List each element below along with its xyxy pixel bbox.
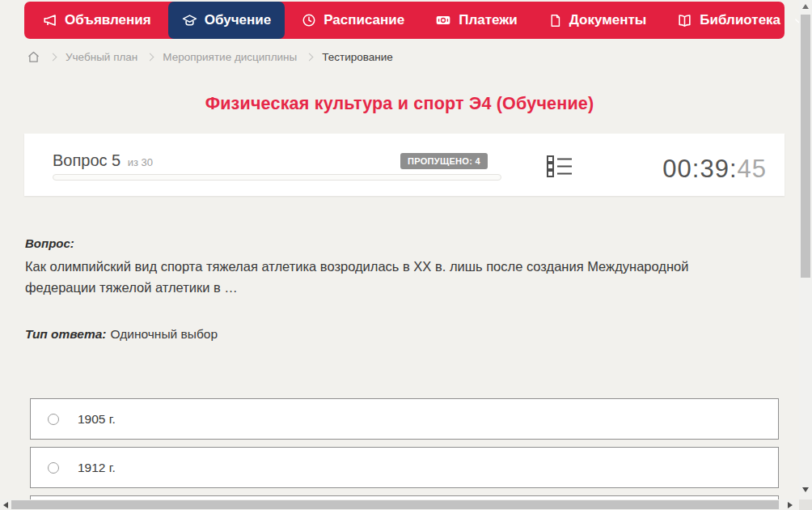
nav-item-label: Объявления: [65, 12, 151, 28]
question-total: из 30: [128, 156, 153, 168]
answer-type-row: Тип ответа:Одиночный выбор: [25, 327, 218, 342]
vertical-scrollbar[interactable]: [799, 0, 812, 499]
scroll-right-icon[interactable]: [788, 502, 793, 508]
radio-icon[interactable]: [48, 414, 59, 425]
nav-item-announcements[interactable]: Объявления: [29, 2, 165, 39]
question-counter: Вопрос 5 из 30: [53, 151, 153, 170]
document-icon: [548, 14, 562, 28]
skipped-badge: ПРОПУЩЕНО: 4: [400, 153, 488, 169]
library-book-icon: [677, 13, 692, 28]
breadcrumb: Учебный план Мероприятие дисциплины Тест…: [27, 50, 393, 64]
radio-icon[interactable]: [48, 462, 59, 474]
question-text: Как олимпийский вид спорта тяжелая атлет…: [25, 256, 737, 298]
nav-item-library[interactable]: Библиотека: [663, 2, 812, 39]
nav-item-payments[interactable]: Платежи: [421, 2, 531, 39]
scroll-up-icon[interactable]: [802, 4, 809, 9]
graduation-cap-icon: [182, 13, 197, 28]
answer-type-value: Одиночный выбор: [111, 327, 218, 341]
breadcrumb-item-study-plan[interactable]: Учебный план: [66, 51, 137, 63]
progress-bar: [53, 174, 501, 181]
timer-hours-minutes: 00:39:: [662, 155, 737, 183]
scroll-down-icon[interactable]: [802, 487, 809, 492]
vertical-scrollbar-thumb[interactable]: [801, 15, 810, 278]
horizontal-scrollbar-thumb[interactable]: [11, 500, 779, 509]
main-nav: Объявления Обучение Расписание: [24, 2, 785, 39]
nav-item-label: Документы: [569, 12, 647, 28]
breadcrumb-item-discipline-event[interactable]: Мероприятие дисциплины: [163, 51, 297, 63]
horizontal-scrollbar[interactable]: [0, 499, 799, 510]
answer-option[interactable]: 1912 г.: [30, 447, 779, 488]
breadcrumb-item-testing: Тестирование: [322, 51, 393, 63]
nav-item-documents[interactable]: Документы: [535, 2, 661, 39]
payments-icon: [435, 12, 451, 28]
scrollbar-corner: [799, 499, 812, 510]
clock-icon: [302, 13, 316, 28]
breadcrumb-separator-icon: [49, 53, 57, 62]
question-heading: Вопрос:: [25, 236, 74, 250]
nav-item-label: Платежи: [459, 12, 518, 28]
answer-option-label: 1905 г.: [78, 412, 116, 427]
nav-item-label: Обучение: [205, 12, 271, 28]
page-title: Физическая культура и спорт Э4 (Обучение…: [0, 94, 799, 114]
megaphone-icon: [43, 13, 57, 28]
answer-type-label: Тип ответа:: [25, 327, 107, 341]
nav-item-learning[interactable]: Обучение: [168, 2, 285, 39]
home-icon[interactable]: [27, 50, 40, 64]
breadcrumb-separator-icon: [306, 53, 314, 62]
nav-item-label: Библиотека: [700, 12, 780, 28]
answer-option-label: 1912 г.: [78, 461, 116, 475]
breadcrumb-separator-icon: [146, 53, 154, 62]
answer-option[interactable]: 1905 г.: [30, 398, 779, 440]
quiz-page: Объявления Обучение Расписание: [0, 0, 812, 510]
nav-item-schedule[interactable]: Расписание: [288, 2, 418, 39]
timer-seconds: 45: [738, 155, 767, 183]
nav-item-label: Расписание: [324, 12, 404, 28]
scroll-left-icon[interactable]: [3, 502, 8, 508]
question-list-icon[interactable]: [543, 151, 576, 181]
question-panel: Вопрос 5 из 30 ПРОПУЩЕНО: 4 00:39:45: [24, 134, 785, 196]
timer: 00:39:45: [662, 155, 767, 184]
question-number: Вопрос 5: [53, 151, 121, 169]
